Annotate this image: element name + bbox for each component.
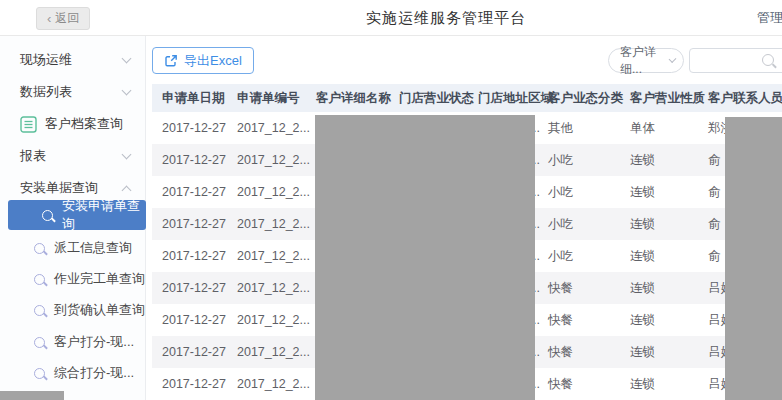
sidebar-item-overall-score[interactable]: 综合打分-现... [0,358,146,388]
cell-order-no: 2017_12_2... [237,176,310,208]
sidebar-item-label: 综合打分-现... [54,364,134,382]
cell-nature: 连锁 [630,208,655,240]
page-title: 实施运维服务管理平台 [366,0,526,35]
cell-contact: 俞 [708,240,721,272]
cell-order-no: 2017_12_2... [237,368,310,400]
cell-category: 小吃 [548,208,573,240]
cell-date: 2017-12-27 [162,272,226,304]
redaction-overlay-contact-column [725,117,782,400]
cell-order-no: 2017_12_2... [237,240,310,272]
cell-order-no: 2017_12_2... [237,208,310,240]
sidebar-item-customer-archive[interactable]: 客户档案查询 [0,110,146,138]
cell-nature: 连锁 [630,368,655,400]
cell-category: 快餐 [548,336,573,368]
cell-category: 快餐 [548,368,573,400]
sidebar-item-label: 客户打分-现... [54,333,134,351]
sidebar: 现场运维 数据列表 客户档案查询 报表 安装单据查询 安装申请单查询 派工信息查… [0,36,146,400]
page: { "topbar": { "back_label": "返回", "title… [0,0,782,400]
sidebar-item-label: 派工信息查询 [54,239,132,257]
sidebar-item-completion-order-query[interactable]: 作业完工单查询 [0,264,146,294]
search-field-select-value: 客户详细... [620,44,665,78]
user-menu[interactable]: 管理 [757,0,782,35]
sidebar-item-label: 现场运维 [20,51,72,69]
cell-contact: 俞 [708,176,721,208]
sidebar-item-data-list[interactable]: 数据列表 [0,78,146,106]
search-box [689,48,782,73]
sidebar-item-arrival-confirm-query[interactable]: 到货确认单查询 [0,295,146,325]
cell-date: 2017-12-27 [162,208,226,240]
sidebar-item-label: 数据列表 [20,83,72,101]
back-button-label: 返回 [55,10,79,27]
cell-date: 2017-12-27 [162,144,226,176]
chevron-down-icon [669,55,677,63]
cell-contact: 俞 [708,144,721,176]
sidebar-item-label: 到货确认单查询 [54,301,145,319]
table-header-row: 申请单日期 申请单编号 客户详细名称 门店营业状态 门店地址区域 客户业态分类 … [152,84,782,112]
cell-nature: 连锁 [630,176,655,208]
sidebar-item-dispatch-info-query[interactable]: 派工信息查询 [0,233,146,263]
search-icon [34,305,45,316]
cell-date: 2017-12-27 [162,112,226,144]
search-icon [34,274,45,285]
document-list-icon [20,116,37,133]
back-button[interactable]: ‹ 返回 [36,7,90,30]
cell-order-no: 2017_12_2... [237,336,310,368]
cell-category: 小吃 [548,240,573,272]
column-header-customer-name: 客户详细名称 [316,84,391,112]
export-icon [164,54,178,68]
sidebar-item-label: 作业完工单查询 [54,270,145,288]
column-header-contact: 客户联系人员 [708,84,782,112]
search-icon[interactable] [762,54,774,66]
column-header-category: 客户业态分类 [548,84,623,112]
search-input[interactable] [696,50,758,71]
redaction-overlay-customer-columns [315,115,535,400]
chevron-down-icon [122,150,132,160]
cell-nature: 连锁 [630,336,655,368]
cell-nature: 单体 [630,112,655,144]
column-header-address: 门店地址区域 [478,84,540,112]
sidebar-item-label: 报表 [20,147,46,165]
export-excel-label: 导出Excel [184,52,242,70]
cell-order-no: 2017_12_2... [237,112,310,144]
sidebar-item-label: 客户档案查询 [45,115,123,133]
cell-contact: 俞 [708,208,721,240]
export-excel-button[interactable]: 导出Excel [152,47,254,74]
sidebar-item-label: 安装单据查询 [20,179,98,197]
chevron-down-icon [122,54,132,64]
search-icon [34,337,45,348]
cell-category: 快餐 [548,304,573,336]
sidebar-item-install-request-query[interactable]: 安装申请单查询 [8,200,146,230]
sidebar-item-field-ops[interactable]: 现场运维 [0,46,146,74]
cell-category: 小吃 [548,144,573,176]
cell-order-no: 2017_12_2... [237,144,310,176]
search-field-select[interactable]: 客户详细... [608,48,684,73]
cell-category: 小吃 [548,176,573,208]
cell-date: 2017-12-27 [162,176,226,208]
chevron-down-icon [122,86,132,96]
cell-order-no: 2017_12_2... [237,272,310,304]
column-header-date: 申请单日期 [162,84,225,112]
search-icon [42,210,53,221]
cell-category: 快餐 [548,272,573,304]
sidebar-item-label: 安装申请单查询 [62,197,146,233]
column-header-store-status: 门店营业状态 [399,84,474,112]
redaction-overlay-bottom-left [0,391,64,400]
cell-nature: 连锁 [630,272,655,304]
chevron-up-icon [122,185,132,195]
column-header-order-no: 申请单编号 [237,84,300,112]
cell-date: 2017-12-27 [162,240,226,272]
cell-category: 其他 [548,112,573,144]
cell-date: 2017-12-27 [162,304,226,336]
cell-date: 2017-12-27 [162,368,226,400]
cell-date: 2017-12-27 [162,336,226,368]
chevron-left-icon: ‹ [47,12,51,25]
search-icon [34,368,45,379]
cell-nature: 连锁 [630,240,655,272]
cell-nature: 连锁 [630,144,655,176]
sidebar-item-customer-score[interactable]: 客户打分-现... [0,327,146,357]
sidebar-item-reports[interactable]: 报表 [0,142,146,170]
cell-nature: 连锁 [630,304,655,336]
column-header-nature: 客户营业性质 [630,84,705,112]
top-bar: ‹ 返回 实施运维服务管理平台 管理 [0,0,782,36]
cell-order-no: 2017_12_2... [237,304,310,336]
